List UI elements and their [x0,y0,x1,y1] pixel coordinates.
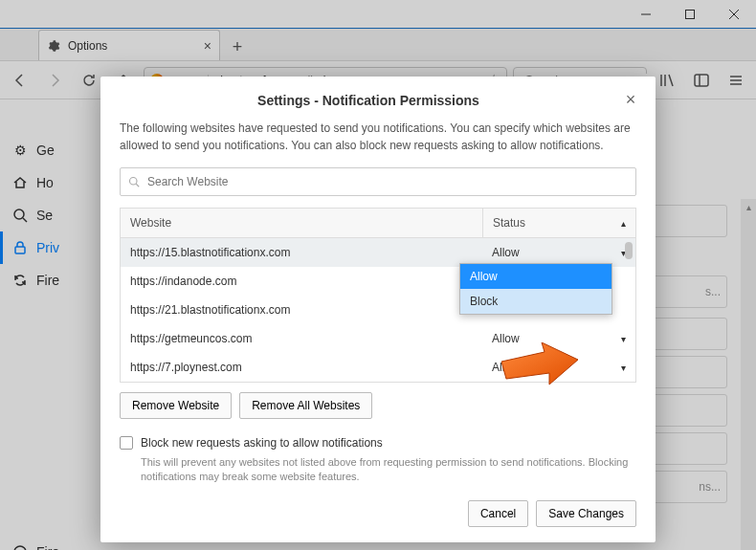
website-cell: https://15.blastnotificationx.com [121,246,482,259]
checkbox-description: This will prevent any websites not liste… [141,455,636,485]
remove-all-websites-button[interactable]: Remove All Websites [239,392,372,419]
search-icon [128,176,140,187]
search-website-input[interactable] [147,175,628,188]
checkbox-label: Block new requests asking to allow notif… [141,436,383,450]
dropdown-option-block[interactable]: Block [460,289,611,314]
status-dropdown-popup: Allow Block [459,263,612,315]
status-dropdown[interactable]: Allow ▾ [482,332,635,345]
remove-website-button[interactable]: Remove Website [120,392,232,419]
status-dropdown[interactable]: Allow ▾ [482,361,635,374]
status-dropdown[interactable]: Allow ▾ [482,246,635,259]
search-website-field[interactable] [120,167,636,196]
dialog-description: The following websites have requested to… [120,120,636,154]
column-header-status[interactable]: Status ▴ [482,209,635,237]
caret-up-icon: ▴ [621,218,626,229]
table-scrollbar[interactable] [624,240,634,380]
block-new-requests-checkbox[interactable] [120,436,133,450]
cancel-button[interactable]: Cancel [468,500,528,527]
svg-point-16 [130,178,138,186]
save-changes-button[interactable]: Save Changes [536,500,636,527]
column-header-website[interactable]: Website [121,209,482,237]
svg-line-17 [136,184,139,187]
website-cell: https://7.ploynest.com [121,361,482,374]
permissions-table: Website Status ▴ https://15.blastnotific… [120,208,636,383]
table-row[interactable]: https://7.ploynest.com Allow ▾ [121,353,635,382]
notification-permissions-dialog: Settings - Notification Permissions × Th… [100,77,656,542]
website-cell: https://getmeuncos.com [121,332,482,345]
website-cell: https://21.blastnotificationx.com [121,303,482,317]
dialog-close-button[interactable]: × [621,90,640,110]
dropdown-option-allow[interactable]: Allow [460,264,611,289]
website-cell: https://indanode.com [121,275,482,288]
dialog-title: Settings - Notification Permissions [116,93,621,108]
table-row[interactable]: https://getmeuncos.com Allow ▾ [121,324,635,353]
